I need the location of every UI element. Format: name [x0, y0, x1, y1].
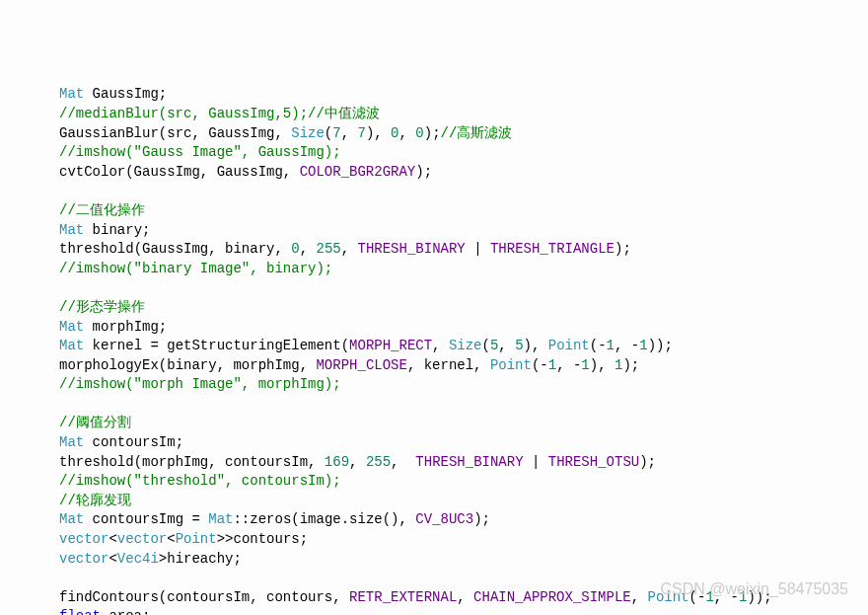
code-token: size — [349, 511, 383, 527]
code-token: >>contours; — [217, 531, 308, 547]
code-token: findContours — [59, 589, 159, 605]
code-line — [59, 569, 868, 588]
code-token: 1 — [639, 338, 647, 353]
code-token: ); — [639, 454, 656, 470]
code-token: cvtColor — [59, 164, 125, 180]
code-token: , — [498, 338, 515, 353]
code-token: , — [432, 338, 449, 353]
code-token: (), — [383, 511, 416, 527]
code-token: Vec4i — [117, 551, 159, 567]
code-token: binary; — [84, 222, 150, 238]
code-token: CV_8UC3 — [415, 511, 473, 527]
code-token: //imshow("threshold", contoursIm); — [59, 473, 341, 489]
code-token: < — [167, 531, 175, 547]
code-token: 1 — [607, 338, 615, 353]
code-token: THRESH_OTSU — [548, 454, 639, 470]
code-token: >hireachy; — [159, 551, 242, 567]
code-token: //imshow("morph Image", morphImg); — [59, 376, 341, 392]
code-token: ); — [415, 164, 432, 180]
code-token: (morphImg, contoursIm, — [134, 454, 325, 470]
code-token: (image. — [291, 511, 349, 527]
code-line: vector<vector<Point>>contours; — [59, 530, 868, 550]
code-token: GaussianBlur — [59, 125, 159, 141]
code-token: //形态学操作 — [59, 299, 145, 315]
code-token: Mat — [59, 319, 84, 335]
code-token: Mat — [59, 86, 84, 102]
code-token: 1 — [581, 357, 589, 373]
code-token: contoursImg = — [84, 511, 208, 527]
code-line: //medianBlur(src, GaussImg,5);//中值滤波 — [59, 105, 868, 124]
code-token: Point — [548, 338, 590, 353]
code-token: //高斯滤波 — [441, 125, 513, 141]
code-token: Point — [648, 589, 689, 605]
code-line: Mat contoursImg = Mat::zeros(image.size(… — [59, 510, 868, 530]
code-line: morphologyEx(binary, morphImg, MORPH_CLO… — [59, 356, 868, 376]
code-block: Mat GaussImg;//medianBlur(src, GaussImg,… — [59, 85, 868, 615]
code-token: zeros — [250, 511, 291, 527]
code-token: //imshow("Gauss Image", GaussImg); — [59, 144, 341, 160]
code-line: //阈值分割 — [59, 414, 868, 433]
code-token: Mat — [59, 338, 84, 353]
code-token: ( — [325, 125, 332, 141]
code-token: morphImg; — [84, 319, 167, 335]
code-token: 255 — [316, 241, 340, 257]
code-token: threshold — [59, 454, 134, 470]
code-token: THRESH_BINARY — [415, 454, 523, 470]
code-token: :: — [233, 511, 250, 527]
code-token: ), — [590, 357, 615, 373]
code-token: contoursIm; — [84, 434, 183, 450]
code-line: Mat morphImg; — [59, 318, 868, 338]
code-token: ), — [366, 125, 391, 141]
code-token: (binary, morphImg, — [159, 357, 317, 373]
code-token: , — [391, 454, 415, 470]
code-token: ); — [424, 125, 441, 141]
code-token: kernel = — [84, 338, 167, 353]
code-line: GaussianBlur(src, GaussImg, Size(7, 7), … — [59, 124, 868, 144]
code-token: (- — [532, 357, 548, 373]
code-token: COLOR_BGR2GRAY — [300, 164, 416, 180]
code-line: float area; — [59, 607, 868, 615]
code-token: )); — [747, 589, 771, 605]
code-line: //imshow("morph Image", morphImg); — [59, 375, 868, 395]
code-token: //阈值分割 — [59, 415, 131, 430]
code-token: GaussImg; — [84, 86, 167, 102]
code-token: Mat — [59, 434, 84, 450]
code-token: | — [524, 454, 548, 470]
code-token: //二值化操作 — [59, 202, 145, 218]
code-token: ), — [524, 338, 548, 353]
code-token: MORPH_RECT — [349, 338, 432, 353]
code-line: Mat contoursIm; — [59, 433, 868, 453]
code-token: 0 — [391, 125, 398, 141]
code-token: 255 — [366, 454, 391, 470]
code-token: ( — [482, 338, 490, 353]
code-token: MORPH_CLOSE — [316, 357, 406, 373]
code-token: Size — [449, 338, 482, 353]
code-line: Mat kernel = getStructuringElement(MORPH… — [59, 337, 868, 356]
code-token: , — [399, 125, 416, 141]
code-token: (contoursIm, contours, — [159, 589, 349, 605]
code-line: //形态学操作 — [59, 298, 868, 318]
code-token: 0 — [415, 125, 423, 141]
code-line: threshold(morphImg, contoursIm, 169, 255… — [59, 453, 868, 473]
code-token: ( — [341, 338, 349, 353]
code-token: )); — [648, 338, 673, 353]
code-line: //imshow("binary Image", binary); — [59, 260, 868, 279]
code-token: (src, GaussImg, — [159, 125, 291, 141]
code-token: , — [349, 454, 366, 470]
code-token: vector — [59, 531, 108, 547]
code-token: , - — [556, 357, 581, 373]
code-token: 5 — [515, 338, 523, 353]
code-token: ); — [473, 511, 490, 527]
code-token: //imshow("binary Image", binary); — [59, 261, 332, 276]
code-line — [59, 395, 868, 415]
code-token: THRESH_TRIANGLE — [490, 241, 615, 257]
code-token: 1 — [705, 589, 713, 605]
code-token: , kernel, — [407, 357, 490, 373]
code-token: 0 — [291, 241, 299, 257]
code-token: Mat — [59, 222, 84, 238]
code-token: threshold — [59, 241, 134, 257]
code-token: getStructuringElement — [167, 338, 340, 353]
code-line: findContours(contoursIm, contours, RETR_… — [59, 588, 868, 608]
code-token: Point — [490, 357, 532, 373]
code-token: , — [341, 241, 358, 257]
